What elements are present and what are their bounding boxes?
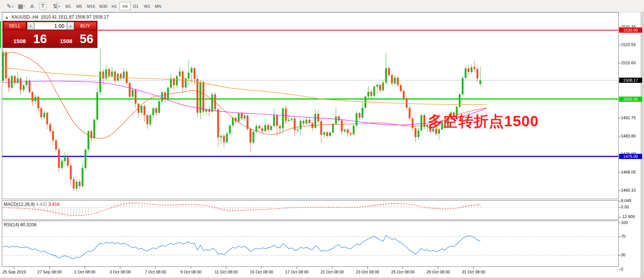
timeframe-button-w1[interactable]: W1 xyxy=(141,2,153,10)
ask-price-big: 56 xyxy=(80,32,93,46)
up-triangle-icon: ▲ xyxy=(5,16,9,19)
timeframe-button-d1[interactable]: D1 xyxy=(130,2,141,10)
timeframe-button-m5[interactable]: M5 xyxy=(73,2,85,10)
macd-tick-label: 8.049 xyxy=(621,198,631,203)
macd-tick-label: -12.909 xyxy=(621,214,635,219)
bid-price-cell[interactable]: 1508 16 xyxy=(4,30,50,47)
rsi-tick-label: 30 xyxy=(621,253,625,257)
date-label: 25 Oct 08:00 xyxy=(391,270,415,274)
close-value: 1508.17 xyxy=(93,14,109,20)
ask-price-cell[interactable]: 1508 56 xyxy=(50,30,96,47)
current-price-badge: 1508.17 xyxy=(619,78,642,83)
text-box-icon[interactable]: T xyxy=(39,2,47,10)
one-click-trading-panel: SELL ▼ ▲ BUY 1508 16 1508 56 xyxy=(3,21,97,48)
date-label: 9 Oct 08:00 xyxy=(180,270,202,274)
price-tick-label: 1523.55 xyxy=(621,42,636,47)
date-label: 7 Oct 08:00 xyxy=(145,270,166,274)
arrange-objects-icon[interactable]: ⇅▾ xyxy=(50,1,60,11)
high-value: 1511.87 xyxy=(58,14,74,20)
edge-candle xyxy=(0,21,1,48)
macd-tick-label: 0.00 xyxy=(621,205,629,209)
sell-button[interactable]: SELL xyxy=(4,22,26,30)
low-value: 1506.97 xyxy=(75,14,91,20)
date-label: 3 Oct 08:00 xyxy=(110,270,131,274)
timeframe-button-mn[interactable]: MN xyxy=(152,2,164,10)
text-label-icon[interactable]: A xyxy=(27,1,37,11)
macd-main-value: 4.432 xyxy=(36,202,47,207)
macd-signal-value: 3.418 xyxy=(48,202,60,207)
level-badge-1475.00: 1475.00 xyxy=(619,154,642,159)
price-tick-label: 1460.10 xyxy=(621,188,636,192)
date-label: 27 Sep 08:00 xyxy=(37,270,61,274)
date-label: 15 Oct 08:00 xyxy=(250,270,273,274)
fibonacci-grid-icon[interactable]: ▦F xyxy=(15,1,26,11)
volume-decrease-button[interactable]: ▼ xyxy=(27,22,34,30)
bid-price-big: 16 xyxy=(33,32,47,46)
rsi-tick-label: 70 xyxy=(621,234,625,239)
ask-price-small: 1508 xyxy=(60,38,72,44)
volume-input[interactable] xyxy=(34,22,67,30)
rsi-tick-label: 0 xyxy=(621,267,623,271)
timeframe-button-h1[interactable]: H1 xyxy=(109,2,120,10)
date-label: 1 Oct 08:00 xyxy=(74,270,96,274)
level-badge-1530.00: 1530.00 xyxy=(619,27,642,33)
date-label: 29 Oct 08:00 xyxy=(427,270,450,274)
volume-increase-button[interactable]: ▲ xyxy=(67,22,74,30)
timeframe-button-m15[interactable]: M15 xyxy=(84,2,98,10)
price-tick-label: 1491.75 xyxy=(621,116,636,120)
date-label: 21 Oct 08:00 xyxy=(321,270,344,274)
rsi-indicator-label: RSI(14) 60.3206 xyxy=(4,222,36,227)
timeframe-button-m30[interactable]: M30 xyxy=(96,2,110,10)
chart-annotation-text: 多空转折点1500 xyxy=(428,111,539,132)
toolbar: ✎E▦FAT⇅▾ M1M5M15M30H1H4D1W1MN xyxy=(0,0,644,12)
open-value: 1510.41 xyxy=(41,14,57,20)
symbol-readout: ▲ XAUUSD-,H4 1510.41 1511.87 1506.97 150… xyxy=(5,14,109,20)
date-label: 11 Oct 08:00 xyxy=(215,270,238,274)
price-tick-label: 1483.80 xyxy=(621,134,636,138)
crosshair-draw-icon[interactable]: ✎E xyxy=(4,1,14,11)
buy-button[interactable]: BUY xyxy=(74,22,96,30)
ma-red-line xyxy=(3,52,487,138)
symbol-name: XAUUSD-,H4 xyxy=(11,14,38,20)
toolbar-grip[interactable] xyxy=(57,2,58,10)
rsi-tick-label: 100 xyxy=(621,220,628,225)
price-tick-label: 1468.05 xyxy=(621,170,636,174)
macd-indicator-label: MACD(12,26,9) 4.432 3.418 xyxy=(4,202,60,207)
bid-price-small: 1508 xyxy=(13,38,26,44)
date-label: 25 Sep 2019 xyxy=(3,270,26,274)
date-label: 31 Oct 08:00 xyxy=(462,270,486,274)
level-badge-1500.00: 1500.00 xyxy=(619,97,642,102)
date-label: 23 Oct 08:00 xyxy=(356,270,379,274)
timeframe-button-m1[interactable]: M1 xyxy=(63,2,74,10)
price-tick-label: 1515.60 xyxy=(621,61,636,65)
timeframe-button-h4[interactable]: H4 xyxy=(119,2,131,10)
date-label: 17 Oct 08:00 xyxy=(285,270,309,274)
rsi-value: 60.3206 xyxy=(20,222,36,227)
